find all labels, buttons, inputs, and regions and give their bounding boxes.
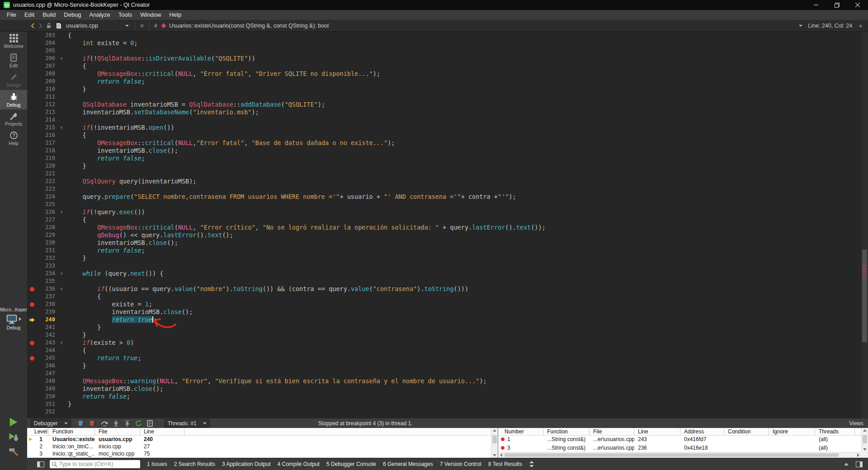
fold-marker-icon[interactable]: ∨ — [58, 124, 65, 132]
code-line-212[interactable]: 212 QSqlDatabase inventarioMSB = QSqlDat… — [27, 101, 868, 108]
code-line-244[interactable]: 244 { — [27, 347, 868, 354]
target-expand-icon[interactable] — [19, 317, 21, 321]
build-hammer-button[interactable] — [8, 446, 19, 457]
right-panel-toggle-icon[interactable] — [856, 461, 863, 467]
run-button[interactable] — [8, 417, 19, 428]
breakpoint-gutter[interactable] — [27, 62, 37, 70]
code-line-230[interactable]: 230 inventarioMSB.close(); — [27, 239, 868, 247]
code-line-236[interactable]: 236∨ if((usuario == query.value("nombre"… — [27, 285, 868, 293]
code-line-214[interactable]: 214 — [27, 116, 868, 124]
frames-list-icon[interactable] — [145, 419, 155, 428]
code-line-237[interactable]: 237 { — [27, 293, 868, 301]
breakpoint-gutter[interactable] — [27, 201, 37, 208]
breakpoint-gutter[interactable] — [27, 293, 37, 301]
symbol-breadcrumb[interactable]: Usuarios::existeUsuario(const QString &,… — [169, 23, 329, 29]
breakpoint-gutter[interactable] — [27, 277, 37, 285]
code-line-232[interactable]: 232 } — [27, 254, 868, 262]
breakpoint-gutter[interactable] — [27, 132, 37, 139]
menu-build[interactable]: Build — [38, 10, 60, 20]
breakpoint-gutter[interactable] — [27, 93, 37, 101]
start-debugging-button[interactable] — [8, 432, 19, 442]
output-pane-cycle-icon[interactable] — [529, 461, 534, 467]
stack-vertical-scrollbar[interactable] — [491, 428, 498, 458]
code-line-219[interactable]: 219 return false; — [27, 155, 868, 162]
locator-input[interactable]: Type to locate (Ctrl+K) — [50, 460, 140, 468]
code-line-224[interactable]: 224 query.prepare("SELECT nombre,contras… — [27, 193, 868, 201]
code-line-208[interactable]: 208 QMessageBox::critical(NULL, "Error f… — [27, 70, 868, 78]
code-line-225[interactable]: 225 — [27, 201, 868, 208]
editor-scrollbar-thumb[interactable] — [862, 249, 867, 342]
code-line-217[interactable]: 217 QMessageBox::critical(NULL,"Error fa… — [27, 139, 868, 147]
code-line-218[interactable]: 218 inventarioMSB.close(); — [27, 147, 868, 155]
breakpoint-gutter[interactable] — [27, 400, 37, 408]
mode-help[interactable]: ?Help — [0, 129, 27, 148]
breakpoint-gutter[interactable] — [27, 262, 37, 270]
breakpoint-gutter[interactable] — [27, 185, 37, 193]
breakpoint-gutter[interactable] — [27, 39, 37, 47]
breakpoint-gutter[interactable] — [27, 193, 37, 201]
breakpoint-gutter[interactable] — [27, 331, 37, 339]
breakpoints-vertical-scrollbar[interactable] — [861, 428, 868, 452]
code-line-235[interactable]: 235 — [27, 277, 868, 285]
mode-welcome[interactable]: Welcome — [0, 32, 27, 51]
output-pane-issues[interactable]: 1 Issues — [147, 461, 167, 467]
breakpoint-gutter[interactable] — [27, 247, 37, 254]
breakpoint-gutter[interactable] — [27, 147, 37, 155]
breakpoints-column-threads[interactable]: Threads — [815, 428, 855, 435]
code-line-241[interactable]: 241 } — [27, 324, 868, 331]
restart-icon[interactable] — [133, 419, 144, 428]
breakpoint-gutter[interactable] — [27, 101, 37, 108]
code-line-203[interactable]: 203{ — [27, 32, 868, 39]
mode-projects[interactable]: Projects — [0, 109, 27, 129]
threads-select[interactable]: Threads: #1 — [165, 419, 210, 428]
minimize-button[interactable] — [806, 0, 826, 10]
locator-sidebar-toggle-icon[interactable] — [37, 461, 44, 467]
code-line-209[interactable]: 209 return false; — [27, 78, 868, 85]
back-icon[interactable] — [31, 23, 35, 28]
step-over-icon[interactable] — [99, 419, 110, 428]
breakpoint-gutter[interactable] — [27, 239, 37, 247]
code-line-247[interactable]: 247 — [27, 370, 868, 377]
breakpoint-gutter[interactable] — [27, 162, 37, 170]
editor-scrollbar[interactable] — [861, 32, 868, 418]
forward-icon[interactable] — [38, 23, 42, 28]
code-line-204[interactable]: 204 int existe = 0; — [27, 39, 868, 47]
code-line-207[interactable]: 207 { — [27, 62, 868, 70]
fold-marker-icon[interactable]: ∨ — [58, 339, 65, 347]
code-line-250[interactable]: 250 return false; — [27, 393, 868, 400]
code-line-223[interactable]: 223 — [27, 185, 868, 193]
code-line-229[interactable]: 229 qDebug() << query.lastError().text()… — [27, 231, 868, 239]
project-selector[interactable]: Micro...Keper Debug — [0, 307, 27, 330]
code-line-242[interactable]: 242 } — [27, 331, 868, 339]
output-pane-debugger-console[interactable]: 5 Debugger Console — [326, 461, 376, 467]
breakpoint-gutter[interactable] — [27, 116, 37, 124]
symbol-hash-button[interactable]: # — [152, 23, 159, 29]
stack-column-file[interactable]: File — [95, 428, 140, 435]
breakpoint-gutter[interactable] — [27, 178, 37, 185]
breakpoint-gutter[interactable] — [27, 354, 37, 362]
breakpoint-gutter[interactable] — [27, 377, 37, 385]
breakpoint-gutter[interactable] — [27, 78, 37, 85]
breakpoint-gutter[interactable] — [27, 308, 37, 316]
output-pane-general-messages[interactable]: 6 General Messages — [383, 461, 433, 467]
code-line-226[interactable]: 226∨ if(!query.exec()) — [27, 208, 868, 216]
code-line-248[interactable]: 248 QMessageBox::warning(NULL, "Error", … — [27, 377, 868, 385]
menu-tools[interactable]: Tools — [114, 10, 136, 20]
breakpoint-gutter[interactable] — [27, 301, 37, 308]
output-pane-application-output[interactable]: 3 Application Output — [222, 461, 270, 467]
debugger-select[interactable]: Debugger — [31, 419, 71, 428]
breakpoint-gutter[interactable] — [27, 270, 37, 277]
menu-analyze[interactable]: Analyze — [85, 10, 114, 20]
menu-debug[interactable]: Debug — [60, 10, 85, 20]
breakpoint-gutter[interactable] — [27, 408, 37, 416]
expand-panel-icon[interactable] — [844, 463, 849, 465]
code-line-239[interactable]: 239 inventarioMSB.close(); — [27, 308, 868, 316]
output-pane-test-results[interactable]: 8 Test Results — [488, 461, 522, 467]
breakpoints-column-line[interactable]: Line — [634, 428, 680, 435]
step-into-icon[interactable] — [111, 419, 121, 428]
fold-marker-icon[interactable]: ∨ — [58, 55, 65, 62]
code-line-246[interactable]: 246 } — [27, 362, 868, 370]
output-pane-search-results[interactable]: 2 Search Results — [174, 461, 215, 467]
breakpoints-column-ignore[interactable]: Ignore — [769, 428, 815, 435]
code-line-221[interactable]: 221 — [27, 170, 868, 178]
